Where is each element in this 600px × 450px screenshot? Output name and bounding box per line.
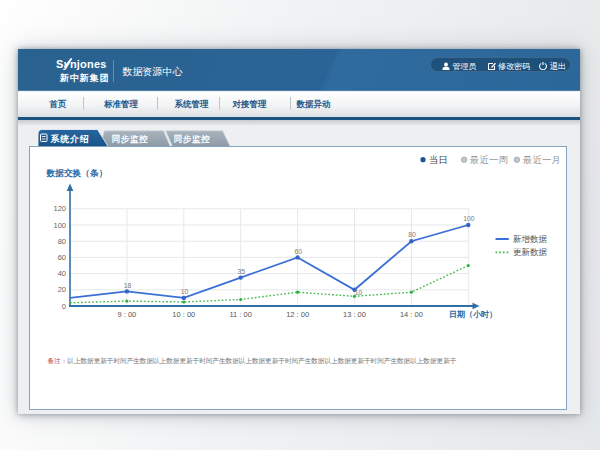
svg-text:同步监控: 同步监控 xyxy=(111,134,148,144)
svg-text:10: 10 xyxy=(354,289,362,296)
svg-text:最近一周: 最近一周 xyxy=(469,154,508,165)
svg-text:11 : 00: 11 : 00 xyxy=(229,310,251,319)
svg-text:0: 0 xyxy=(61,302,65,311)
svg-text:日期（小时）: 日期（小时） xyxy=(449,310,497,319)
svg-text:60: 60 xyxy=(57,253,65,262)
svg-text:备注：以上数据更新于时间产生数据以上数据更新于时间产生数据以: 备注：以上数据更新于时间产生数据以上数据更新于时间产生数据以上数据更新于时间产生… xyxy=(47,357,456,365)
svg-text:20: 20 xyxy=(57,285,65,294)
svg-text:更新数据: 更新数据 xyxy=(513,247,548,257)
svg-text:同步监控: 同步监控 xyxy=(173,134,210,144)
svg-text:系统介绍: 系统介绍 xyxy=(49,134,89,144)
svg-text:18: 18 xyxy=(123,282,131,289)
svg-text:120: 120 xyxy=(53,204,66,213)
svg-text:13 : 00: 13 : 00 xyxy=(343,310,366,319)
svg-text:当日: 当日 xyxy=(429,154,448,165)
svg-text:10: 10 xyxy=(180,288,188,295)
svg-text:100: 100 xyxy=(463,215,475,222)
svg-text:80: 80 xyxy=(57,237,65,246)
svg-text:100: 100 xyxy=(53,221,66,230)
svg-text:最近一月: 最近一月 xyxy=(522,154,561,165)
svg-text:35: 35 xyxy=(237,268,245,275)
svg-text:40: 40 xyxy=(57,269,65,278)
svg-text:60: 60 xyxy=(294,248,302,255)
svg-text:80: 80 xyxy=(408,231,416,238)
svg-text:新增数据: 新增数据 xyxy=(513,234,548,244)
svg-text:10 : 00: 10 : 00 xyxy=(172,310,195,319)
svg-text:数据交换（条）: 数据交换（条） xyxy=(45,168,107,178)
svg-text:14 : 00: 14 : 00 xyxy=(399,310,422,319)
svg-text:9 : 00: 9 : 00 xyxy=(117,310,136,319)
svg-text:12 : 00: 12 : 00 xyxy=(286,310,309,319)
